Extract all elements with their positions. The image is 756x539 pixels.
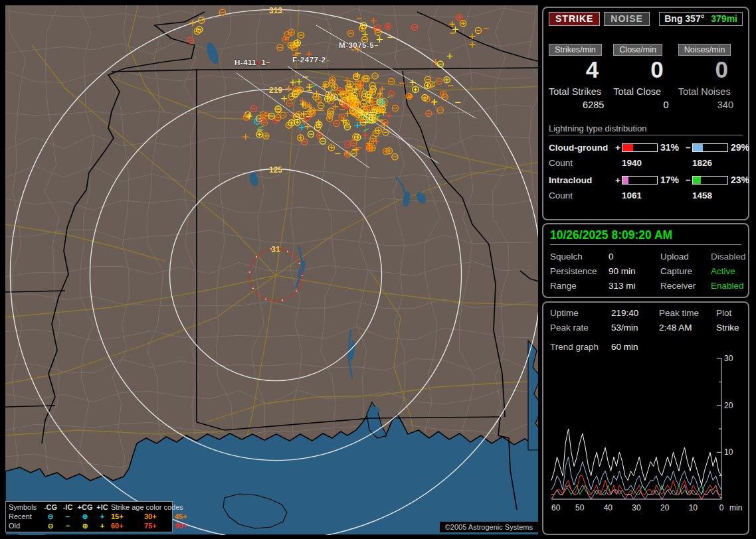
trend-axes bbox=[551, 358, 721, 499]
trend-graph-label: Trend graph bbox=[550, 342, 611, 352]
legend-col-neg-ic: -IC bbox=[59, 502, 76, 512]
ring-distance-label: 219 bbox=[269, 86, 282, 95]
storm-cell-label-part: – bbox=[326, 56, 331, 64]
bearing-readout: Bng 357°379mi bbox=[659, 12, 743, 26]
system-status-panel: 10/26/2025 8:09:20 AM Squelch 0 Upload D… bbox=[542, 223, 749, 298]
uptime-value: 219:40 bbox=[611, 308, 659, 318]
legend-symbols-label: Symbols bbox=[9, 502, 42, 512]
lightning-map[interactable]: 31125219313H-411+1–F-2477-2–M-3075-5– Sy… bbox=[5, 5, 538, 535]
ic-negative-bar-fill bbox=[693, 177, 701, 184]
ic-positive-bar-fill bbox=[622, 177, 628, 184]
cg-positive-count: 1940 bbox=[622, 158, 684, 168]
legend-age-row-label: Recent bbox=[9, 512, 42, 521]
ic-negative-pct: 23% bbox=[728, 175, 752, 185]
capture-label: Capture bbox=[660, 266, 711, 276]
map-canvas[interactable]: 31125219313H-411+1–F-2477-2–M-3075-5– bbox=[5, 5, 538, 535]
capture-status: Active bbox=[711, 266, 746, 276]
total-close-value: 0 bbox=[613, 100, 678, 110]
bearing-range-value: 379mi bbox=[711, 13, 737, 24]
legend-age-row-label: Old bbox=[9, 521, 42, 530]
peak-time-value: 2:48 AM bbox=[659, 323, 716, 333]
peak-rate-label: Peak rate bbox=[550, 323, 611, 333]
plus-sign: + bbox=[614, 175, 622, 185]
circle-minus-icon: ⊖ bbox=[42, 521, 59, 530]
legend-age-code: 45+ bbox=[175, 512, 201, 521]
x-axis-unit: min bbox=[729, 503, 742, 512]
cg-positive-pct: 31% bbox=[658, 142, 684, 153]
minus-sign: − bbox=[684, 175, 692, 185]
cg-negative-bar bbox=[692, 143, 728, 152]
legend-col-pos-cg: +CG bbox=[76, 502, 94, 512]
cloud-ground-label: Cloud-ground bbox=[549, 143, 614, 153]
session-trend-panel: Uptime 219:40 Peak time Plot Peak rate 5… bbox=[542, 301, 749, 535]
strike-stats-panel: STRIKE NOISE Bng 357°379mi Strikes/min 4… bbox=[542, 7, 749, 220]
close-rate-column: Close/min 0 Total Close 0 bbox=[613, 43, 678, 110]
plot-value: Strike bbox=[716, 323, 741, 333]
datetime-divider bbox=[550, 244, 741, 245]
ic-positive-count: 1061 bbox=[622, 191, 684, 200]
copyright-notice: ©2005 Astrogenic Systems bbox=[440, 522, 538, 532]
strikes-per-min-chip: Strikes/min bbox=[549, 44, 602, 56]
total-strikes-label: Total Strikes bbox=[549, 86, 613, 97]
legend-col-pos-ic: +IC bbox=[94, 502, 111, 512]
upload-label: Upload bbox=[660, 252, 711, 262]
noises-per-min-value: 0 bbox=[678, 56, 743, 84]
ic-positive-bar bbox=[622, 176, 658, 185]
storm-cell-label-part: – bbox=[374, 41, 379, 49]
intracloud-count-row: Count 1061 1458 bbox=[549, 191, 743, 200]
ic-positive-pct: 17% bbox=[658, 175, 684, 185]
plus-icon: + bbox=[94, 521, 111, 530]
plus-sign: + bbox=[614, 143, 622, 153]
legend-col-neg-cg: -CG bbox=[42, 502, 59, 512]
strike-toggle-button[interactable]: STRIKE bbox=[549, 12, 600, 26]
app-window: 31125219313H-411+1–F-2477-2–M-3075-5– Sy… bbox=[0, 0, 756, 539]
ring-distance-label: 31 bbox=[271, 245, 280, 254]
storm-cell-label-part: M-3075-5 bbox=[339, 41, 374, 49]
cloud-ground-row: Cloud-ground + 31% − 29% bbox=[549, 142, 743, 153]
cg-negative-count: 1826 bbox=[692, 158, 745, 168]
trend-series-ic-strikes bbox=[551, 485, 721, 499]
total-close-label: Total Close bbox=[613, 86, 678, 97]
circle-plus-icon: ⊕ bbox=[76, 512, 94, 521]
receiver-status: Enabled bbox=[711, 281, 746, 291]
legend-row-recent: Recent⊖−⊕+15+30+45+ bbox=[9, 512, 169, 521]
intracloud-label: Intracloud bbox=[549, 175, 614, 185]
lake bbox=[241, 443, 258, 452]
x-tick-label: 0 bbox=[719, 503, 724, 512]
close-per-min-value: 0 bbox=[613, 56, 678, 84]
x-tick-label: 40 bbox=[604, 503, 613, 512]
x-tick-label: 10 bbox=[689, 503, 698, 512]
x-tick-label: 20 bbox=[660, 503, 670, 512]
plus-icon: + bbox=[94, 512, 111, 521]
x-tick-label: 30 bbox=[632, 503, 641, 512]
trend-series-cg-strikes bbox=[551, 476, 721, 499]
receiver-label: Receiver bbox=[660, 281, 711, 291]
ring-distance-label: 125 bbox=[269, 165, 282, 175]
persistence-label: Persistence bbox=[550, 266, 609, 276]
storm-cell-label-part: + bbox=[256, 58, 261, 66]
squelch-label: Squelch bbox=[550, 252, 609, 262]
legend-header-row: Symbols -CG -IC +CG +IC Strike age color… bbox=[9, 502, 169, 512]
peak-rate-value: 53/min bbox=[611, 323, 659, 333]
legend-age-code: 75+ bbox=[144, 521, 175, 530]
plot-label: Plot bbox=[716, 308, 741, 318]
persistence-value: 90 min bbox=[609, 266, 660, 276]
circle-plus-icon: ⊕ bbox=[76, 521, 94, 530]
cloud-ground-count-row: Count 1940 1826 bbox=[549, 158, 743, 168]
legend-age-code: 60+ bbox=[111, 521, 144, 530]
trend-graph: 1020306050403020100min bbox=[550, 354, 744, 519]
noises-rate-column: Noises/min 0 Total Noises 340 bbox=[678, 43, 743, 110]
distribution-title: Lightning type distribution bbox=[549, 123, 743, 135]
range-label: Range bbox=[550, 281, 609, 291]
minus-icon: − bbox=[59, 521, 76, 530]
peak-time-label: Peak time bbox=[659, 308, 716, 318]
noise-toggle-button[interactable]: NOISE bbox=[604, 12, 650, 26]
close-per-min-chip: Close/min bbox=[613, 44, 662, 56]
legend-age-title: Strike age color codes bbox=[111, 502, 201, 512]
bearing-value: Bng 357° bbox=[664, 13, 704, 24]
legend-age-code: 15+ bbox=[111, 512, 144, 521]
strikes-per-min-value: 4 bbox=[549, 56, 613, 84]
count-label: Count bbox=[549, 191, 614, 200]
map-legend: Symbols -CG -IC +CG +IC Strike age color… bbox=[5, 501, 173, 532]
cg-negative-pct: 29% bbox=[728, 142, 752, 153]
